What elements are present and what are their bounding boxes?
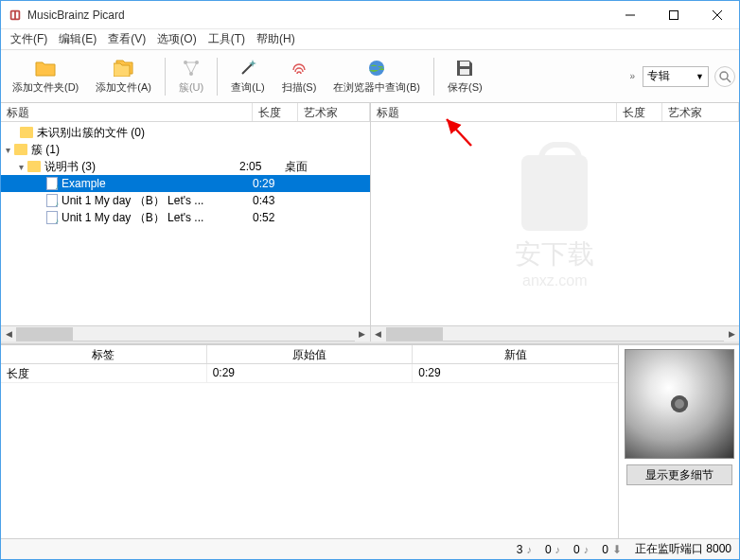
track-length: 0:52: [253, 211, 298, 224]
property-row[interactable]: 长度 0:29 0:29: [1, 364, 618, 383]
folder-open-icon: [27, 161, 41, 172]
right-columns: 标题 长度 艺术家: [371, 103, 740, 122]
minimize-button[interactable]: [608, 1, 652, 29]
toolbar-separator: [165, 58, 166, 96]
prop-orig: 0:29: [207, 364, 414, 382]
files-icon: [114, 58, 134, 79]
scan-button[interactable]: 扫描(S): [274, 53, 325, 100]
add-files-button[interactable]: 添加文件(A): [88, 53, 159, 100]
svg-line-11: [191, 62, 197, 74]
h-scrollbar[interactable]: ◀ ▶: [371, 325, 740, 341]
svg-rect-0: [10, 9, 21, 20]
track-title: Unit 1 My day （B） Let's ...: [62, 210, 203, 226]
prop-col-tag[interactable]: 标签: [1, 345, 207, 363]
audio-file-icon: [46, 211, 58, 224]
audio-file-icon: [46, 177, 58, 190]
save-icon: [454, 58, 475, 79]
scan-label: 扫描(S): [282, 80, 317, 95]
toolbar-separator: [217, 58, 218, 96]
scroll-thumb[interactable]: [16, 327, 73, 341]
tree-cluster-item[interactable]: ▾ 说明书 (3) 2:05 桌面: [1, 158, 370, 175]
cluster-icon: [181, 58, 202, 79]
h-scrollbar[interactable]: ◀ ▶: [1, 325, 370, 341]
search-icon: [718, 70, 731, 83]
track-row[interactable]: Unit 1 My day （B） Let's ... 0:52: [1, 209, 370, 226]
track-length: 0:29: [253, 177, 298, 190]
left-tree[interactable]: 未识别出簇的文件 (0) ▾ 簇 (1) ▾ 说明书 (3) 2:05 桌面 E…: [1, 122, 370, 325]
browser-lookup-label: 在浏览器中查询(B): [333, 80, 420, 95]
col-title[interactable]: 标题: [1, 103, 253, 121]
audio-file-icon: [46, 194, 58, 207]
show-details-button[interactable]: 显示更多细节: [626, 464, 732, 485]
add-folder-label: 添加文件夹(D): [12, 80, 79, 95]
scroll-right-icon[interactable]: ▶: [355, 326, 370, 341]
svg-point-14: [369, 61, 384, 76]
svg-line-10: [185, 62, 191, 74]
search-button[interactable]: [714, 66, 735, 87]
chevron-down-icon[interactable]: ▾: [14, 162, 27, 172]
status-count-2: 0♪: [545, 543, 560, 556]
toolbar-overflow[interactable]: »: [624, 71, 641, 81]
menu-bar: 文件(F) 编辑(E) 查看(V) 选项(O) 工具(T) 帮助(H): [1, 29, 739, 50]
col-length[interactable]: 长度: [617, 103, 662, 121]
col-length[interactable]: 长度: [253, 103, 298, 121]
col-artist[interactable]: 艺术家: [298, 103, 370, 121]
property-table: 标签 原始值 新值 长度 0:29 0:29: [1, 345, 618, 560]
property-panel: 标签 原始值 新值 长度 0:29 0:29 显示更多细节: [1, 344, 739, 560]
tree-clusters[interactable]: ▾ 簇 (1): [1, 141, 370, 158]
chevron-down-icon: ▼: [696, 72, 704, 81]
right-tree[interactable]: 安下载 anxz.com: [371, 122, 740, 325]
app-icon: [9, 9, 22, 22]
folder-closed-icon: [20, 127, 33, 138]
svg-rect-15: [460, 61, 469, 66]
left-pane: 标题 长度 艺术家 未识别出簇的文件 (0) ▾ 簇 (1) ▾ 说明书 (3)…: [1, 103, 371, 341]
save-label: 保存(S): [448, 80, 483, 95]
tree-unclustered[interactable]: 未识别出簇的文件 (0): [1, 124, 370, 141]
menu-edit[interactable]: 编辑(E): [53, 29, 102, 49]
title-bar: MusicBrainz Picard: [1, 1, 739, 29]
browser-lookup-button[interactable]: 在浏览器中查询(B): [326, 53, 428, 100]
status-listening: 正在监听端口 8000: [635, 541, 731, 557]
scroll-left-icon[interactable]: ◀: [1, 326, 16, 341]
cluster-album: 桌面: [285, 159, 308, 175]
menu-help[interactable]: 帮助(H): [251, 29, 301, 49]
menu-options[interactable]: 选项(O): [151, 29, 202, 49]
chevron-down-icon[interactable]: ▾: [1, 145, 14, 155]
clusters-label: 簇 (1): [31, 142, 60, 158]
note-icon: ♪: [555, 544, 561, 555]
note-icon: ♪: [584, 544, 590, 555]
toolbar: 添加文件夹(D) 添加文件(A) 簇(U) 查询(L) 扫描(S) 在浏览器中查…: [1, 50, 739, 103]
prop-col-new[interactable]: 新值: [413, 345, 618, 363]
col-title[interactable]: 标题: [371, 103, 617, 121]
svg-rect-1: [12, 11, 15, 18]
save-button[interactable]: 保存(S): [440, 53, 490, 100]
window-title: MusicBrainz Picard: [27, 9, 608, 22]
col-artist[interactable]: 艺术家: [662, 103, 740, 121]
track-row[interactable]: Example 0:29: [1, 175, 370, 192]
folder-icon: [35, 58, 56, 79]
menu-file[interactable]: 文件(F): [5, 29, 53, 49]
close-button[interactable]: [696, 1, 739, 29]
cover-art[interactable]: [625, 349, 734, 459]
menu-tools[interactable]: 工具(T): [203, 29, 251, 49]
add-files-label: 添加文件(A): [96, 80, 151, 95]
lookup-label: 查询(L): [231, 80, 264, 95]
menu-view[interactable]: 查看(V): [102, 29, 151, 49]
lookup-button[interactable]: 查询(L): [223, 53, 272, 100]
status-count-4: 0⬇: [602, 543, 622, 556]
watermark: 安下载 anxz.com: [515, 155, 594, 289]
search-type-select[interactable]: 专辑 ▼: [643, 66, 709, 87]
scroll-right-icon[interactable]: ▶: [724, 326, 739, 341]
scroll-thumb[interactable]: [386, 327, 443, 341]
add-folder-button[interactable]: 添加文件夹(D): [5, 53, 86, 100]
status-count-3: 0♪: [573, 543, 589, 556]
scroll-left-icon[interactable]: ◀: [371, 326, 386, 341]
right-pane: 标题 长度 艺术家 安下载 anxz.com ◀ ▶: [371, 103, 740, 341]
svg-rect-16: [460, 69, 469, 75]
prop-col-orig[interactable]: 原始值: [207, 345, 414, 363]
track-row[interactable]: Unit 1 My day （B） Let's ... 0:43: [1, 192, 370, 209]
track-length: 0:43: [253, 194, 298, 207]
maximize-button[interactable]: [652, 1, 696, 29]
svg-rect-2: [16, 11, 19, 18]
cluster-button[interactable]: 簇(U): [171, 53, 211, 100]
